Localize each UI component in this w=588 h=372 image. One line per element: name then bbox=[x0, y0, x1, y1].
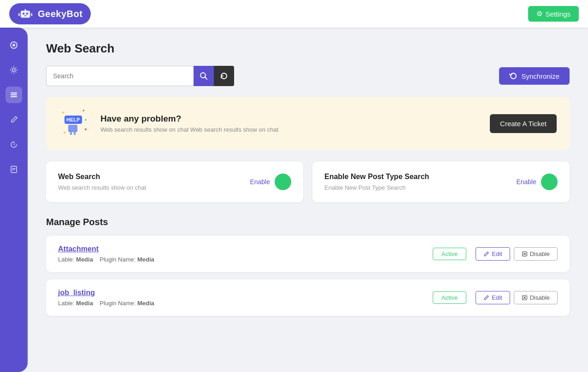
svg-rect-13 bbox=[11, 166, 17, 173]
svg-rect-5 bbox=[18, 13, 20, 16]
help-banner: ✦ ✦ ✦ HELP Have any problem? Web search … bbox=[46, 97, 570, 150]
disable-icon-2 bbox=[522, 295, 528, 301]
svg-point-24 bbox=[85, 128, 87, 130]
sidebar bbox=[0, 28, 28, 372]
post-card-joblisting: job_listing Lable: Media Plugin Name: Me… bbox=[46, 279, 570, 316]
sidebar-item-dashboard[interactable] bbox=[6, 37, 22, 53]
refresh-button[interactable] bbox=[214, 66, 234, 86]
svg-text:✦: ✦ bbox=[82, 109, 85, 113]
synchronize-button[interactable]: Synchronize bbox=[499, 67, 570, 85]
svg-rect-10 bbox=[11, 93, 17, 93]
status-badge-attachment: Active bbox=[433, 248, 466, 260]
post-lable-attachment: Media bbox=[76, 256, 93, 263]
svg-rect-2 bbox=[26, 12, 28, 14]
post-lable-joblisting: Media bbox=[76, 300, 93, 307]
toggle-label-websearch: Enable bbox=[250, 178, 270, 186]
post-plugin-attachment: Media bbox=[137, 256, 154, 263]
svg-rect-22 bbox=[74, 132, 76, 135]
svg-rect-3 bbox=[24, 15, 26, 16]
toggle-control-newpost: Enable bbox=[516, 174, 558, 190]
toggle-switch-newpost[interactable] bbox=[541, 174, 558, 190]
disable-button-attachment[interactable]: Disable bbox=[514, 247, 558, 261]
post-meta-joblisting: Lable: Media Plugin Name: Media bbox=[58, 300, 423, 307]
disable-icon bbox=[522, 251, 528, 257]
toggle-control-websearch: Enable bbox=[250, 174, 291, 190]
toggle-cards-row: Web Search Web search results show on ch… bbox=[46, 162, 570, 202]
toggle-switch-websearch[interactable] bbox=[275, 174, 291, 190]
pencil-icon bbox=[483, 251, 489, 257]
svg-point-23 bbox=[64, 132, 65, 134]
post-name-area-joblisting: job_listing Lable: Media Plugin Name: Me… bbox=[58, 289, 423, 307]
card-desc-websearch: Web search results show on chat bbox=[58, 184, 146, 191]
sync-icon bbox=[509, 72, 517, 80]
svg-text:✦: ✦ bbox=[61, 110, 65, 115]
edit-button-attachment[interactable]: Edit bbox=[476, 247, 510, 261]
sidebar-item-list[interactable] bbox=[6, 87, 22, 103]
svg-text:✦: ✦ bbox=[84, 118, 87, 122]
main-content: Web Search Synchronize bbox=[28, 28, 588, 372]
svg-rect-1 bbox=[23, 12, 24, 14]
svg-rect-20 bbox=[68, 125, 77, 132]
post-name-link-attachment[interactable]: Attachment bbox=[58, 245, 423, 253]
toggle-label-newpost: Enable bbox=[516, 178, 536, 186]
search-bar-row: Synchronize bbox=[46, 66, 570, 86]
card-desc-newpost: Enable New Post Type Search bbox=[324, 184, 429, 191]
post-actions-joblisting: Edit Disable bbox=[476, 291, 558, 304]
svg-rect-4 bbox=[24, 9, 26, 11]
robot-icon bbox=[18, 6, 33, 22]
manage-posts-title: Manage Posts bbox=[46, 217, 570, 227]
search-icon bbox=[200, 72, 208, 80]
edit-button-joblisting[interactable]: Edit bbox=[476, 291, 510, 304]
svg-rect-0 bbox=[21, 11, 30, 17]
card-title-websearch: Web Search bbox=[58, 173, 146, 181]
refresh-icon bbox=[220, 72, 228, 80]
sidebar-item-document[interactable] bbox=[6, 161, 22, 178]
status-badge-joblisting: Active bbox=[433, 291, 466, 304]
search-input[interactable] bbox=[46, 66, 194, 86]
card-title-newpost: Enable New Post Type Search bbox=[324, 173, 429, 181]
toggle-card-websearch: Web Search Web search results show on ch… bbox=[46, 162, 303, 202]
toggle-card-info-newpost: Enable New Post Type Search Enable New P… bbox=[324, 173, 429, 191]
logo-text: GeekyBot bbox=[38, 9, 82, 19]
help-title: Have any problem? bbox=[100, 114, 481, 124]
help-icon-area: ✦ ✦ ✦ HELP bbox=[59, 107, 91, 140]
logo-area: GeekyBot bbox=[9, 3, 91, 24]
help-subtitle: Web search results show on chat Web sear… bbox=[100, 126, 481, 133]
svg-point-8 bbox=[12, 44, 15, 46]
svg-rect-6 bbox=[31, 13, 32, 16]
disable-button-joblisting[interactable]: Disable bbox=[514, 291, 558, 304]
post-actions-attachment: Edit Disable bbox=[476, 247, 558, 261]
sidebar-item-history[interactable] bbox=[6, 136, 22, 153]
create-ticket-button[interactable]: Create A Ticket bbox=[490, 114, 557, 133]
post-plugin-joblisting: Media bbox=[137, 300, 154, 307]
post-meta-attachment: Lable: Media Plugin Name: Media bbox=[58, 256, 423, 263]
help-icon: ✦ ✦ ✦ HELP bbox=[59, 107, 91, 140]
toggle-card-info-websearch: Web Search Web search results show on ch… bbox=[58, 173, 146, 191]
gear-icon: ⚙ bbox=[536, 10, 542, 18]
post-name-link-joblisting[interactable]: job_listing bbox=[58, 289, 423, 297]
svg-rect-11 bbox=[11, 94, 17, 95]
svg-point-9 bbox=[12, 69, 15, 71]
sidebar-item-pen[interactable] bbox=[6, 111, 22, 128]
svg-rect-21 bbox=[70, 132, 72, 135]
help-text-area: Have any problem? Web search results sho… bbox=[100, 114, 481, 133]
page-title: Web Search bbox=[46, 41, 570, 56]
svg-rect-12 bbox=[11, 96, 17, 97]
toggle-card-newpost: Enable New Post Type Search Enable New P… bbox=[312, 162, 570, 202]
header: GeekyBot ⚙ Settings bbox=[0, 0, 588, 28]
sidebar-item-settings[interactable] bbox=[6, 62, 22, 78]
post-name-area-attachment: Attachment Lable: Media Plugin Name: Med… bbox=[58, 245, 423, 263]
settings-button[interactable]: ⚙ Settings bbox=[528, 6, 579, 22]
svg-text:HELP: HELP bbox=[66, 117, 80, 122]
pencil-icon-2 bbox=[483, 295, 489, 301]
post-card-attachment: Attachment Lable: Media Plugin Name: Med… bbox=[46, 236, 570, 272]
search-button[interactable] bbox=[194, 66, 214, 86]
